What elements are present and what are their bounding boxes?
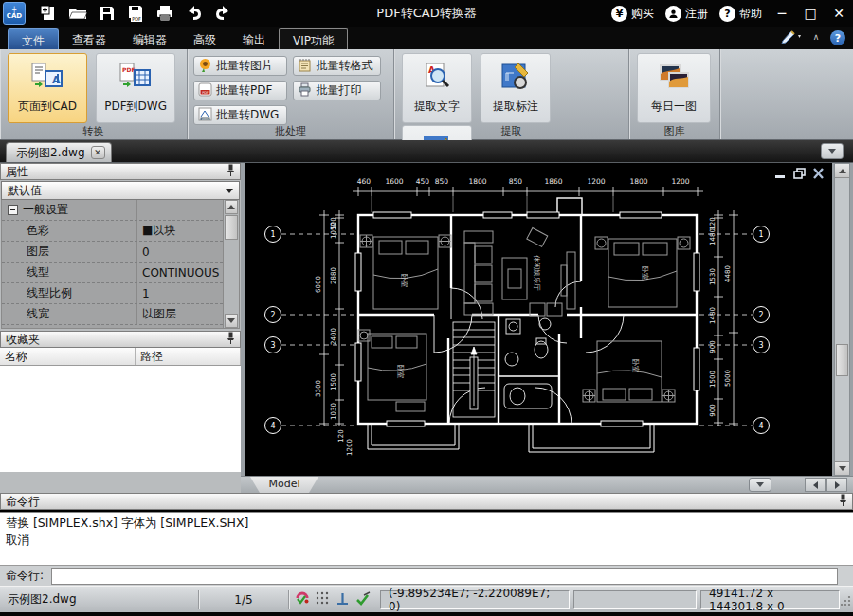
- properties-grid: 一般设置 色彩■以块 图层0 线型CONTINUOUS 线型比例1 线宽以图层: [1, 200, 240, 329]
- preset-value: 默认值: [8, 183, 42, 199]
- batch-print-button[interactable]: 批量打印: [293, 81, 381, 100]
- svg-text:1860: 1860: [544, 177, 562, 186]
- cad-canvas[interactable]: 460 1600 450 850 1800 850 1860 1200 1800…: [245, 163, 832, 476]
- ortho-icon[interactable]: [336, 591, 350, 608]
- pdf-to-dwg-button[interactable]: PDF PDF到DWG: [96, 53, 175, 123]
- favorites-col-path[interactable]: 路径: [136, 348, 241, 365]
- command-line-1: 替换 [SIMPLEX.shx] 字体为 [SIMPLEX.SHX]: [6, 515, 847, 532]
- document-tab-bar: 示例图2.dwg ✕: [0, 140, 853, 163]
- draft-check-icon[interactable]: [355, 591, 371, 608]
- tab-output[interactable]: 输出: [229, 28, 279, 49]
- notepad-icon: [298, 58, 312, 75]
- tab-advanced[interactable]: 高级: [180, 28, 229, 49]
- print-icon[interactable]: [154, 4, 175, 23]
- mdi-window-controls: [774, 168, 825, 179]
- drawing-vertical-scrollbar[interactable]: [834, 163, 850, 476]
- svg-text:3300: 3300: [315, 380, 322, 397]
- pin-icon[interactable]: [227, 332, 235, 347]
- scroll-right-icon[interactable]: [826, 478, 847, 492]
- scroll-left-icon[interactable]: [805, 478, 826, 492]
- property-row-linetype[interactable]: 线型CONTINUOUS: [2, 263, 223, 283]
- scroll-up-icon[interactable]: [225, 200, 238, 214]
- document-tab[interactable]: 示例图2.dwg ✕: [6, 142, 112, 162]
- property-group-row[interactable]: 一般设置: [2, 200, 223, 221]
- daily-image-icon: [658, 62, 690, 95]
- properties-scrollbar[interactable]: [223, 200, 239, 328]
- tab-list-dropdown-button[interactable]: [821, 143, 844, 159]
- save-as-pdf-icon[interactable]: PDF: [126, 4, 145, 23]
- save-icon[interactable]: [98, 4, 117, 23]
- app-logo-icon[interactable]: ┼CAD: [3, 2, 26, 25]
- property-row-lineweight[interactable]: 线宽以图层: [2, 304, 223, 325]
- batch-to-pdf-button[interactable]: PDF批量转PDF: [193, 81, 287, 100]
- batch-to-image-button[interactable]: 批量转图片: [193, 56, 287, 76]
- pin-icon[interactable]: [839, 494, 847, 509]
- svg-text:1200: 1200: [346, 439, 354, 456]
- svg-text:1030: 1030: [330, 403, 337, 420]
- maximize-button[interactable]: □: [802, 6, 819, 21]
- undo-icon[interactable]: [185, 4, 204, 23]
- buy-button[interactable]: ¥购买: [611, 6, 654, 22]
- svg-text:卧室: 卧室: [400, 274, 408, 289]
- redo-icon[interactable]: [213, 4, 232, 23]
- layout-list-dropdown-button[interactable]: [749, 478, 771, 492]
- command-panel-header: 命令行: [0, 493, 853, 510]
- daily-image-button[interactable]: 每日一图: [637, 53, 711, 123]
- tab-editor[interactable]: 编辑器: [119, 28, 180, 49]
- page-to-cad-button[interactable]: A 页面到CAD: [8, 53, 87, 123]
- help-button[interactable]: ?帮助: [719, 6, 762, 22]
- scroll-up-icon[interactable]: [835, 164, 849, 178]
- batch-convert-format-button[interactable]: 批量转格式: [293, 56, 381, 76]
- svg-text:1530: 1530: [709, 268, 717, 285]
- command-prompt-row: 命令行:: [0, 565, 853, 586]
- property-row-layer[interactable]: 图层0: [2, 242, 223, 263]
- status-filename: 示例图2.dwg: [0, 590, 199, 609]
- command-history[interactable]: 替换 [SIMPLEX.shx] 字体为 [SIMPLEX.SHX] 取消: [0, 512, 853, 565]
- tab-close-icon[interactable]: ✕: [91, 146, 105, 159]
- property-row-ltscale[interactable]: 线型比例1: [2, 283, 223, 304]
- new-file-icon[interactable]: [39, 4, 58, 23]
- favorites-col-name[interactable]: 名称: [0, 348, 136, 365]
- mdi-minimize-icon[interactable]: [774, 168, 787, 179]
- favorites-list[interactable]: [0, 366, 241, 472]
- model-tab[interactable]: Model: [250, 477, 318, 493]
- open-file-icon[interactable]: [67, 4, 88, 23]
- close-button[interactable]: ✕: [830, 6, 847, 21]
- osnap-icon[interactable]: [295, 590, 310, 608]
- ribbon: A 页面到CAD PDF PDF到DWG 转换 批量转图片 PDF批量转PDF …: [0, 49, 853, 140]
- window-bottom-edge: [0, 612, 853, 616]
- svg-text:2: 2: [758, 311, 763, 319]
- minimize-button[interactable]: ─: [773, 6, 790, 21]
- resize-grip[interactable]: [840, 595, 851, 607]
- svg-text:460: 460: [357, 177, 372, 186]
- register-button[interactable]: 注册: [665, 6, 708, 22]
- grid-icon[interactable]: [316, 591, 330, 608]
- extract-annotation-icon: [499, 62, 532, 95]
- collapse-icon[interactable]: [8, 205, 18, 215]
- batch-to-dwg-button[interactable]: DWG批量转DWG: [193, 105, 287, 125]
- svg-text:卧室: 卧室: [396, 365, 405, 380]
- mdi-close-icon[interactable]: [812, 168, 825, 179]
- scroll-down-icon[interactable]: [225, 314, 238, 328]
- favorites-title: 收藏夹: [6, 332, 40, 348]
- page-to-cad-icon: A: [30, 62, 64, 95]
- extract-annotation-button[interactable]: 提取标注: [481, 53, 551, 123]
- question-icon: ?: [719, 6, 735, 22]
- command-input[interactable]: [51, 568, 838, 585]
- svg-text:850: 850: [509, 177, 523, 186]
- tab-file[interactable]: 文件: [8, 28, 59, 49]
- help-icon[interactable]: ?: [830, 30, 845, 45]
- ribbon-group-batch: 批量转图片 PDF批量转PDF DWG批量转DWG 批量转格式 批量打印 批处理: [188, 49, 394, 139]
- tab-vip[interactable]: VIP功能: [279, 28, 348, 49]
- preset-dropdown[interactable]: 默认值: [1, 181, 240, 200]
- extract-text-button[interactable]: A 提取文字: [402, 53, 472, 123]
- pin-icon[interactable]: [227, 164, 235, 179]
- property-row-color[interactable]: 色彩■以块: [2, 221, 223, 242]
- quick-edit-icon[interactable]: [781, 28, 802, 47]
- layout-tab-bar: Model: [241, 476, 853, 493]
- scroll-down-icon[interactable]: [835, 461, 849, 475]
- ribbon-spacer: [720, 49, 853, 139]
- collapse-ribbon-icon[interactable]: ∧: [809, 32, 823, 44]
- mdi-restore-icon[interactable]: [793, 168, 806, 179]
- tab-viewer[interactable]: 查看器: [59, 28, 119, 49]
